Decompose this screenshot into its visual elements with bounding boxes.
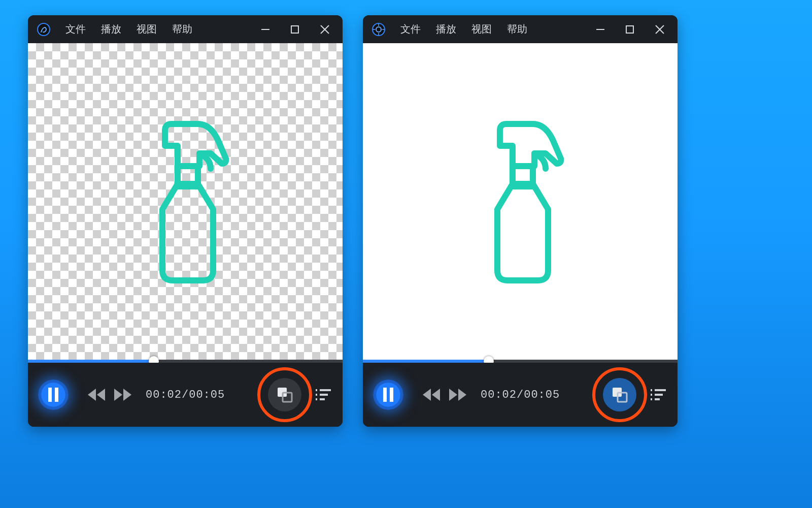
menu-help[interactable]: 帮助: [507, 22, 527, 36]
right-controls: [257, 367, 337, 422]
svg-rect-32: [390, 388, 393, 402]
svg-rect-27: [626, 26, 633, 33]
window-controls: [260, 24, 335, 35]
svg-rect-6: [48, 388, 52, 402]
menu-bar: 文件 播放 视图 帮助: [400, 22, 527, 36]
preview-canvas[interactable]: [28, 43, 343, 360]
maximize-button[interactable]: [625, 24, 635, 35]
svg-marker-36: [458, 389, 466, 401]
compare-background-button[interactable]: [268, 378, 301, 411]
titlebar: 文件 播放 视图 帮助: [363, 15, 678, 43]
highlight-ring-icon: [592, 367, 647, 422]
menu-file[interactable]: 文件: [400, 22, 421, 36]
svg-marker-33: [423, 389, 431, 401]
menu-view[interactable]: 视图: [471, 22, 492, 36]
svg-rect-31: [383, 388, 387, 402]
menu-bar: 文件 播放 视图 帮助: [65, 22, 192, 36]
right-controls: [592, 367, 672, 422]
forward-button[interactable]: [114, 389, 131, 401]
time-current: 00:02: [481, 389, 517, 401]
titlebar: 文件 播放 视图 帮助: [28, 15, 343, 43]
seek-controls: [423, 389, 466, 401]
pause-button[interactable]: [38, 379, 69, 410]
time-total: 00:05: [524, 389, 560, 401]
window-controls: [595, 24, 670, 35]
svg-marker-34: [432, 389, 440, 401]
minimize-button[interactable]: [595, 24, 605, 35]
menu-play[interactable]: 播放: [436, 22, 456, 36]
pause-button[interactable]: [373, 379, 403, 410]
spray-bottle-icon: [134, 118, 236, 285]
time-sep: /: [182, 389, 189, 401]
compare-background-button[interactable]: [603, 378, 636, 411]
playlist-button[interactable]: [309, 380, 337, 409]
svg-marker-11: [123, 389, 131, 401]
svg-rect-7: [55, 388, 58, 402]
seek-controls: [88, 389, 131, 401]
menu-file[interactable]: 文件: [65, 22, 86, 36]
preview-canvas[interactable]: [363, 43, 678, 360]
menu-play[interactable]: 播放: [101, 22, 121, 36]
time-display: 00:02/00:05: [481, 389, 560, 401]
playlist-button[interactable]: [644, 380, 672, 409]
rewind-button[interactable]: [88, 389, 105, 401]
close-button[interactable]: [319, 24, 330, 35]
app-icon: [372, 23, 385, 36]
app-icon: [37, 23, 50, 36]
time-total: 00:05: [189, 389, 225, 401]
close-button[interactable]: [654, 24, 665, 35]
spray-bottle-icon: [469, 118, 571, 285]
control-bar: 00:02/00:05: [28, 363, 343, 427]
control-bar: 00:02/00:05: [363, 363, 678, 427]
maximize-button[interactable]: [290, 24, 300, 35]
rewind-button[interactable]: [423, 389, 440, 401]
time-current: 00:02: [146, 389, 182, 401]
menu-help[interactable]: 帮助: [172, 22, 192, 36]
time-display: 00:02/00:05: [146, 389, 225, 401]
player-window-left: 文件 播放 视图 帮助: [28, 15, 343, 427]
svg-marker-9: [97, 389, 105, 401]
time-sep: /: [517, 389, 524, 401]
svg-marker-8: [88, 389, 96, 401]
player-window-right: 文件 播放 视图 帮助: [363, 15, 678, 427]
highlight-ring-icon: [257, 367, 312, 422]
svg-rect-2: [291, 26, 298, 33]
svg-marker-10: [114, 389, 122, 401]
minimize-button[interactable]: [260, 24, 270, 35]
svg-point-0: [38, 23, 50, 36]
svg-marker-35: [449, 389, 457, 401]
menu-view[interactable]: 视图: [137, 22, 157, 36]
forward-button[interactable]: [449, 389, 466, 401]
